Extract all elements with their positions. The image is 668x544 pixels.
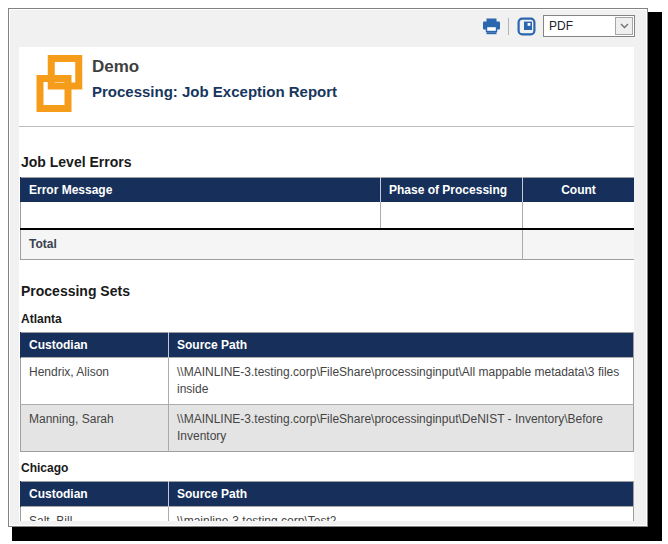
column-header-phase: Phase of Processing [381, 178, 523, 203]
cell-custodian: Hendrix, Alison [21, 358, 169, 405]
export-format-select[interactable]: PDF [543, 15, 635, 37]
job-level-errors-heading: Job Level Errors [21, 154, 634, 170]
select-arrow-button[interactable] [615, 17, 633, 35]
column-header-custodian: Custodian [21, 482, 169, 507]
table-row-empty [21, 202, 635, 229]
column-header-custodian: Custodian [21, 333, 169, 358]
print-button[interactable] [481, 16, 501, 36]
save-button[interactable] [516, 16, 536, 36]
table-row-total: Total [21, 229, 635, 260]
job-level-errors-table: Error Message Phase of Processing Count … [20, 177, 634, 260]
brand-text: Demo Processing: Job Exception Report [92, 55, 337, 112]
report-viewer-stage: PDF Demo Processing: Job Exception Repor… [0, 0, 668, 544]
table-row: Manning, Sarah \\MAINLINE-3.testing.corp… [21, 405, 634, 452]
report-brand-header: Demo Processing: Job Exception Report [36, 55, 634, 112]
cell-count [523, 202, 635, 229]
column-header-count: Count [523, 178, 635, 203]
table-header-row: Error Message Phase of Processing Count [21, 178, 635, 203]
total-label: Total [21, 229, 523, 260]
total-count [523, 229, 635, 260]
chevron-down-icon [620, 23, 629, 29]
table-row: Salt, Bill \\mainline-3.testing.corp\Tes… [21, 507, 634, 522]
toolbar: PDF [481, 12, 635, 40]
column-header-source-path: Source Path [169, 333, 634, 358]
processing-set-table-chicago: Custodian Source Path Salt, Bill \\mainl… [20, 481, 634, 521]
cell-custodian: Manning, Sarah [21, 405, 169, 452]
header-divider [19, 126, 634, 127]
save-disk-icon [517, 17, 536, 36]
cell-error-message [21, 202, 381, 229]
overlapping-squares-logo [36, 55, 83, 112]
cell-phase [381, 202, 523, 229]
cell-custodian: Salt, Bill [21, 507, 169, 522]
processing-set-table-atlanta: Custodian Source Path Hendrix, Alison \\… [20, 332, 634, 452]
report-page: Demo Processing: Job Exception Report Jo… [19, 47, 634, 521]
workspace-name: Demo [92, 56, 337, 78]
cell-source-path: \\MAINLINE-3.testing.corp\FileShare\proc… [169, 358, 634, 405]
set-name-atlanta: Atlanta [21, 312, 634, 326]
processing-sets-heading: Processing Sets [21, 283, 634, 299]
export-format-value: PDF [544, 16, 614, 36]
table-row: Hendrix, Alison \\MAINLINE-3.testing.cor… [21, 358, 634, 405]
table-header-row: Custodian Source Path [21, 333, 634, 358]
column-header-error-message: Error Message [21, 178, 381, 203]
print-icon [482, 18, 501, 35]
cell-source-path: \\mainline-3.testing.corp\Test2 [169, 507, 634, 522]
table-header-row: Custodian Source Path [21, 482, 634, 507]
column-header-source-path: Source Path [169, 482, 634, 507]
set-name-chicago: Chicago [21, 461, 634, 475]
report-viewer-window: PDF Demo Processing: Job Exception Repor… [8, 8, 648, 527]
cell-source-path: \\MAINLINE-3.testing.corp\FileShare\proc… [169, 405, 634, 452]
toolbar-divider [508, 18, 509, 35]
report-title: Processing: Job Exception Report [92, 82, 337, 102]
